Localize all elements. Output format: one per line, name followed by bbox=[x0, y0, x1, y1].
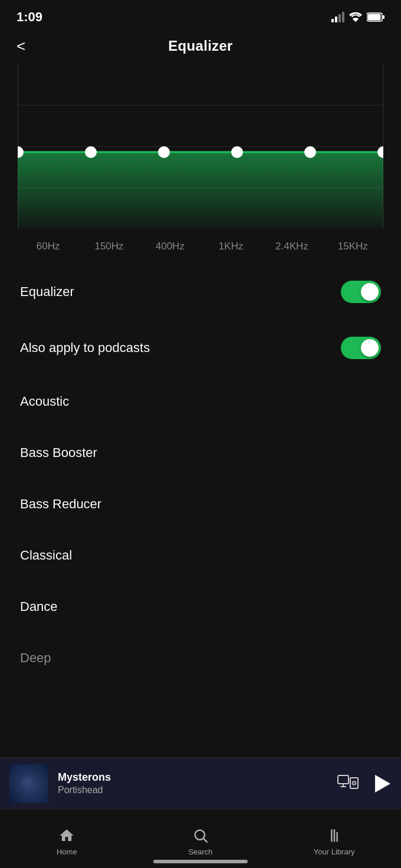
home-indicator bbox=[153, 860, 248, 863]
now-playing-title: Mysterons bbox=[58, 771, 328, 784]
equalizer-toggle-label: Equalizer bbox=[20, 284, 74, 300]
preset-item-deep[interactable]: Deep bbox=[0, 633, 401, 737]
eq-label-1khz: 1KHz bbox=[200, 241, 261, 252]
now-playing-bar[interactable]: Mysterons Portishead bbox=[0, 757, 401, 809]
album-art-inner bbox=[9, 764, 48, 803]
status-bar: 1:09 bbox=[0, 0, 401, 32]
bottom-nav: Home Search Your Library bbox=[0, 809, 401, 868]
back-button[interactable]: < bbox=[17, 37, 25, 55]
eq-fill bbox=[18, 152, 383, 229]
eq-point-1khz[interactable] bbox=[231, 146, 243, 158]
play-button[interactable] bbox=[373, 774, 392, 794]
svg-rect-2 bbox=[368, 14, 381, 21]
library-icon bbox=[326, 827, 343, 844]
home-icon bbox=[58, 827, 75, 844]
status-icons bbox=[331, 12, 384, 22]
eq-point-400hz[interactable] bbox=[158, 146, 170, 158]
device-connect-icon[interactable] bbox=[337, 774, 359, 793]
album-art bbox=[9, 764, 48, 803]
podcasts-toggle-row: Also apply to podcasts bbox=[0, 320, 401, 376]
wifi-icon bbox=[349, 12, 362, 22]
now-playing-artist: Portishead bbox=[58, 785, 328, 795]
equalizer-toggle[interactable] bbox=[341, 281, 381, 303]
preset-item-bass-reducer[interactable]: Bass Reducer bbox=[0, 479, 401, 530]
page-title: Equalizer bbox=[168, 38, 232, 54]
status-time: 1:09 bbox=[17, 9, 42, 25]
podcasts-toggle-knob bbox=[361, 339, 379, 357]
nav-item-library-label: Your Library bbox=[314, 847, 355, 856]
svg-point-11 bbox=[354, 782, 355, 784]
nav-item-home[interactable]: Home bbox=[0, 810, 134, 868]
album-art-overlay bbox=[9, 764, 48, 803]
svg-rect-8 bbox=[340, 786, 346, 787]
nav-item-library[interactable]: Your Library bbox=[267, 810, 401, 868]
eq-label-2_4khz: 2.4KHz bbox=[261, 241, 322, 252]
svg-marker-12 bbox=[375, 775, 390, 793]
search-icon bbox=[192, 827, 209, 844]
settings-section: Equalizer Also apply to podcasts bbox=[0, 252, 401, 376]
eq-label-60hz: 60Hz bbox=[18, 241, 78, 252]
svg-line-14 bbox=[203, 839, 207, 842]
eq-frequency-labels: 60Hz 150Hz 400Hz 1KHz 2.4KHz 15KHz bbox=[18, 231, 383, 252]
svg-rect-6 bbox=[338, 775, 349, 784]
preset-list: Acoustic Bass Booster Bass Reducer Class… bbox=[0, 376, 401, 737]
podcasts-toggle[interactable] bbox=[341, 337, 381, 359]
eq-curve-svg[interactable] bbox=[18, 64, 383, 229]
now-playing-info: Mysterons Portishead bbox=[48, 771, 337, 795]
now-playing-controls bbox=[337, 774, 392, 794]
eq-point-2_4khz[interactable] bbox=[304, 146, 316, 158]
podcasts-toggle-label: Also apply to podcasts bbox=[20, 340, 150, 356]
eq-point-150hz[interactable] bbox=[85, 146, 97, 158]
eq-label-15khz: 15KHz bbox=[323, 241, 383, 252]
eq-label-150hz: 150Hz bbox=[78, 241, 139, 252]
svg-rect-1 bbox=[383, 15, 384, 19]
eq-chart[interactable]: 60Hz 150Hz 400Hz 1KHz 2.4KHz 15KHz bbox=[18, 64, 383, 252]
equalizer-toggle-row: Equalizer bbox=[0, 264, 401, 320]
preset-item-acoustic[interactable]: Acoustic bbox=[0, 376, 401, 428]
signal-icon bbox=[331, 12, 344, 22]
nav-item-search-label: Search bbox=[188, 847, 212, 856]
battery-icon bbox=[367, 12, 384, 22]
eq-label-400hz: 400Hz bbox=[140, 241, 200, 252]
equalizer-toggle-knob bbox=[361, 283, 379, 301]
preset-item-dance[interactable]: Dance bbox=[0, 581, 401, 633]
svg-point-13 bbox=[195, 830, 205, 840]
preset-item-classical[interactable]: Classical bbox=[0, 530, 401, 581]
nav-item-home-label: Home bbox=[57, 847, 77, 856]
preset-item-bass-booster[interactable]: Bass Booster bbox=[0, 428, 401, 479]
header: < Equalizer bbox=[0, 32, 401, 64]
